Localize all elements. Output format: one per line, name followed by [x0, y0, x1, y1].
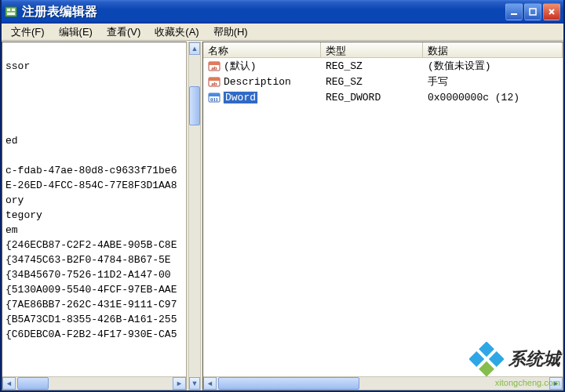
value-data: 手写 — [423, 74, 563, 89]
svg-rect-4 — [511, 13, 517, 15]
dword-value-icon: 011 — [208, 91, 221, 103]
value-name-cell: 011Dword — [203, 91, 321, 103]
tree-item[interactable]: ssor — [5, 59, 183, 74]
value-type: REG_DWORD — [321, 92, 423, 103]
tree-item[interactable] — [5, 74, 183, 89]
tree-item[interactable] — [5, 44, 183, 59]
tree-item[interactable] — [5, 148, 183, 163]
scroll-down-icon[interactable]: ▼ — [189, 377, 200, 390]
close-button[interactable] — [543, 3, 560, 20]
tree-hscroll-thumb[interactable] — [17, 377, 49, 390]
scroll-left-icon[interactable]: ◄ — [203, 377, 217, 390]
scroll-left-icon[interactable]: ◄ — [2, 377, 16, 390]
value-data: (数值未设置) — [423, 59, 563, 73]
svg-rect-5 — [530, 9, 536, 15]
column-name[interactable]: 名称 — [203, 42, 321, 57]
svg-rect-1 — [7, 9, 10, 11]
scroll-right-icon[interactable]: ► — [549, 377, 563, 390]
tree-item[interactable]: {246ECB87-C2F2-4ABE-905B-C8E — [5, 238, 183, 252]
value-name: Description — [224, 76, 291, 88]
column-headers: 名称 类型 数据 — [203, 42, 563, 58]
svg-rect-2 — [12, 9, 15, 11]
value-row[interactable]: abDescriptionREG_SZ手写 — [203, 74, 563, 89]
value-data: 0x0000000c (12) — [423, 92, 563, 103]
value-list[interactable]: ab(默认)REG_SZ(数值未设置)abDescriptionREG_SZ手写… — [203, 58, 563, 376]
menubar: 文件(F) 编辑(E) 查看(V) 收藏夹(A) 帮助(H) — [2, 24, 563, 41]
tree-item[interactable]: {34745C63-B2F0-4784-8B67-5E — [5, 252, 183, 267]
tree-lines: ssor ed c-fdab-47ae-80d8-c9633f71be6E-26… — [2, 42, 186, 376]
splitter[interactable]: ▲ ▼ — [187, 42, 202, 390]
menu-edit[interactable]: 编辑(E) — [53, 24, 99, 41]
column-type[interactable]: 类型 — [321, 42, 423, 57]
value-name-cell: abDescription — [203, 75, 321, 88]
menu-help[interactable]: 帮助(H) — [207, 24, 254, 41]
tree-item[interactable]: tegory — [5, 208, 183, 223]
tree-item[interactable]: ory — [5, 193, 183, 208]
value-name: Dword — [224, 92, 257, 103]
value-name-cell: ab(默认) — [203, 59, 321, 73]
tree-vscroll[interactable]: ▲ ▼ — [188, 42, 201, 390]
svg-rect-0 — [5, 7, 16, 16]
tree-item[interactable]: em — [5, 223, 183, 238]
tree-item[interactable]: {B5A73CD1-8355-426B-A161-255 — [5, 312, 183, 327]
minimize-button[interactable] — [505, 3, 523, 20]
tree-pane[interactable]: ssor ed c-fdab-47ae-80d8-c9633f71be6E-26… — [2, 42, 187, 390]
value-name: (默认) — [224, 59, 257, 73]
window-controls — [505, 3, 560, 20]
svg-rect-3 — [7, 13, 15, 15]
tree-item[interactable]: {C6DEBC0A-F2B2-4F17-930E-CA5 — [5, 327, 183, 342]
tree-item[interactable]: {5130A009-5540-4FCF-97EB-AAE — [5, 282, 183, 297]
tree-item[interactable] — [5, 103, 183, 118]
registry-editor-window: 注册表编辑器 文件(F) 编辑(E) 查看(V) 收藏夹(A) 帮助(H) ss… — [0, 0, 565, 392]
content-area: ssor ed c-fdab-47ae-80d8-c9633f71be6E-26… — [2, 41, 563, 390]
window-title: 注册表编辑器 — [22, 4, 505, 20]
values-hscroll[interactable]: ◄ ► — [203, 376, 563, 390]
values-pane: 名称 类型 数据 ab(默认)REG_SZ(数值未设置)abDescriptio… — [202, 42, 563, 390]
string-value-icon: ab — [208, 75, 221, 88]
menu-view[interactable]: 查看(V) — [100, 24, 147, 41]
titlebar[interactable]: 注册表编辑器 — [2, 0, 563, 24]
svg-text:ab: ab — [211, 81, 217, 87]
maximize-button[interactable] — [524, 3, 541, 20]
menu-file[interactable]: 文件(F) — [5, 24, 51, 41]
string-value-icon: ab — [208, 60, 221, 72]
tree-item[interactable]: ed — [5, 133, 183, 148]
menu-favorites[interactable]: 收藏夹(A) — [148, 24, 205, 41]
tree-item[interactable]: E-26ED-4FCC-854C-77E8F3D1AA8 — [5, 178, 183, 193]
scroll-right-icon[interactable]: ► — [173, 377, 186, 390]
tree-hscroll[interactable]: ◄ ► — [2, 376, 186, 390]
tree-vscroll-thumb[interactable] — [189, 86, 200, 125]
value-type: REG_SZ — [321, 60, 423, 72]
tree-item[interactable]: {34B45670-7526-11D2-A147-00 — [5, 267, 183, 282]
value-type: REG_SZ — [321, 76, 423, 88]
svg-text:011: 011 — [210, 96, 219, 103]
tree-item[interactable] — [5, 89, 183, 103]
regedit-icon — [5, 5, 17, 18]
tree-item[interactable]: c-fdab-47ae-80d8-c9633f71be6 — [5, 163, 183, 178]
scroll-up-icon[interactable]: ▲ — [189, 42, 200, 55]
value-row[interactable]: 011DwordREG_DWORD0x0000000c (12) — [203, 89, 563, 105]
value-row[interactable]: ab(默认)REG_SZ(数值未设置) — [203, 58, 563, 74]
tree-item[interactable]: {7AE86BB7-262C-431E-9111-C97 — [5, 297, 183, 312]
column-data[interactable]: 数据 — [423, 42, 563, 57]
svg-text:ab: ab — [211, 65, 217, 71]
tree-item[interactable] — [5, 118, 183, 133]
values-hscroll-thumb[interactable] — [218, 377, 359, 390]
